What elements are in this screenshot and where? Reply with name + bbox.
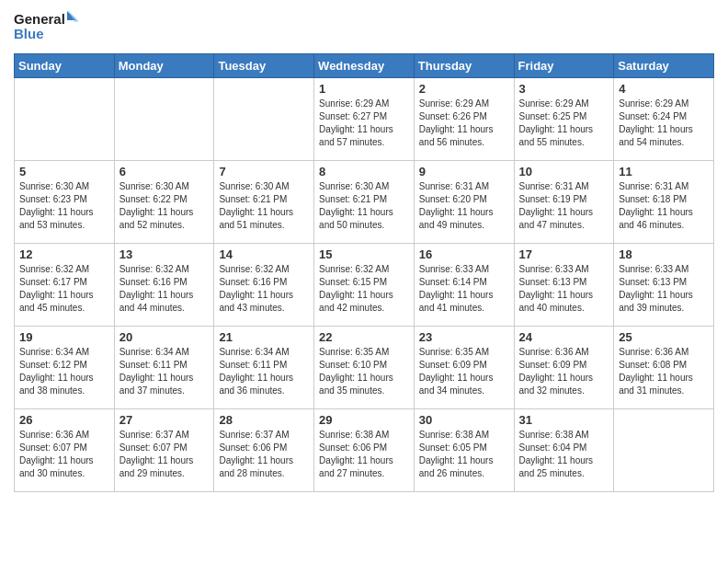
logo: General Blue — [14, 9, 78, 46]
header-monday: Monday — [114, 54, 214, 78]
header-friday: Friday — [514, 54, 614, 78]
header-sunday: Sunday — [15, 54, 115, 78]
week-row-4: 19Sunrise: 6:34 AM Sunset: 6:12 PM Dayli… — [15, 327, 714, 409]
calendar-cell: 14Sunrise: 6:32 AM Sunset: 6:16 PM Dayli… — [214, 244, 314, 327]
calendar-cell: 29Sunrise: 6:38 AM Sunset: 6:06 PM Dayli… — [314, 409, 415, 492]
day-info: Sunrise: 6:29 AM Sunset: 6:25 PM Dayligh… — [519, 98, 609, 149]
day-number: 18 — [619, 247, 709, 261]
day-info: Sunrise: 6:30 AM Sunset: 6:21 PM Dayligh… — [319, 180, 409, 232]
calendar-table: SundayMondayTuesdayWednesdayThursdayFrid… — [14, 53, 714, 492]
day-info: Sunrise: 6:34 AM Sunset: 6:12 PM Dayligh… — [19, 346, 109, 397]
day-number: 6 — [119, 165, 210, 178]
svg-text:General: General — [14, 11, 65, 27]
day-info: Sunrise: 6:37 AM Sunset: 6:06 PM Dayligh… — [219, 429, 309, 480]
calendar-cell: 19Sunrise: 6:34 AM Sunset: 6:12 PM Dayli… — [15, 327, 115, 409]
calendar-cell — [15, 78, 115, 161]
calendar-cell: 21Sunrise: 6:34 AM Sunset: 6:11 PM Dayli… — [214, 327, 314, 409]
day-number: 17 — [519, 247, 609, 261]
calendar-cell: 25Sunrise: 6:36 AM Sunset: 6:08 PM Dayli… — [614, 327, 714, 409]
week-row-1: 1Sunrise: 6:29 AM Sunset: 6:27 PM Daylig… — [15, 78, 714, 161]
calendar-cell: 13Sunrise: 6:32 AM Sunset: 6:16 PM Dayli… — [114, 244, 214, 327]
page-header: General Blue — [14, 9, 714, 46]
day-number: 16 — [419, 247, 509, 261]
day-number: 13 — [119, 247, 210, 261]
day-info: Sunrise: 6:30 AM Sunset: 6:23 PM Dayligh… — [19, 180, 109, 232]
calendar-cell — [214, 78, 314, 161]
calendar-cell: 2Sunrise: 6:29 AM Sunset: 6:26 PM Daylig… — [414, 78, 514, 161]
day-info: Sunrise: 6:38 AM Sunset: 6:04 PM Dayligh… — [519, 429, 609, 480]
day-info: Sunrise: 6:32 AM Sunset: 6:16 PM Dayligh… — [119, 263, 210, 315]
calendar-header-row: SundayMondayTuesdayWednesdayThursdayFrid… — [15, 54, 714, 78]
day-number: 29 — [319, 413, 409, 427]
calendar-cell: 17Sunrise: 6:33 AM Sunset: 6:13 PM Dayli… — [514, 244, 614, 327]
day-number: 30 — [419, 413, 509, 427]
day-info: Sunrise: 6:32 AM Sunset: 6:16 PM Dayligh… — [219, 263, 309, 315]
day-number: 27 — [119, 413, 210, 427]
header-wednesday: Wednesday — [314, 54, 415, 78]
calendar-cell: 27Sunrise: 6:37 AM Sunset: 6:07 PM Dayli… — [114, 409, 214, 492]
day-info: Sunrise: 6:31 AM Sunset: 6:18 PM Dayligh… — [619, 180, 709, 232]
day-info: Sunrise: 6:38 AM Sunset: 6:06 PM Dayligh… — [319, 429, 409, 480]
day-number: 19 — [19, 330, 109, 344]
calendar-cell — [114, 78, 214, 161]
logo-svg: General Blue — [14, 9, 78, 46]
day-number: 2 — [419, 82, 509, 96]
day-info: Sunrise: 6:34 AM Sunset: 6:11 PM Dayligh… — [219, 346, 309, 397]
week-row-2: 5Sunrise: 6:30 AM Sunset: 6:23 PM Daylig… — [15, 161, 714, 244]
calendar-cell: 10Sunrise: 6:31 AM Sunset: 6:19 PM Dayli… — [514, 161, 614, 244]
header-tuesday: Tuesday — [214, 54, 314, 78]
day-info: Sunrise: 6:29 AM Sunset: 6:27 PM Dayligh… — [319, 98, 409, 149]
calendar-cell: 5Sunrise: 6:30 AM Sunset: 6:23 PM Daylig… — [15, 161, 115, 244]
day-number: 9 — [419, 165, 509, 178]
header-saturday: Saturday — [614, 54, 714, 78]
calendar-cell: 26Sunrise: 6:36 AM Sunset: 6:07 PM Dayli… — [15, 409, 115, 492]
day-info: Sunrise: 6:33 AM Sunset: 6:13 PM Dayligh… — [619, 263, 709, 315]
calendar-cell: 4Sunrise: 6:29 AM Sunset: 6:24 PM Daylig… — [614, 78, 714, 161]
day-info: Sunrise: 6:36 AM Sunset: 6:08 PM Dayligh… — [619, 346, 709, 397]
calendar-cell: 30Sunrise: 6:38 AM Sunset: 6:05 PM Dayli… — [414, 409, 514, 492]
calendar-cell: 23Sunrise: 6:35 AM Sunset: 6:09 PM Dayli… — [414, 327, 514, 409]
day-number: 20 — [119, 330, 210, 344]
day-number: 15 — [319, 247, 409, 261]
day-number: 14 — [219, 247, 309, 261]
calendar-cell: 1Sunrise: 6:29 AM Sunset: 6:27 PM Daylig… — [314, 78, 415, 161]
day-number: 11 — [619, 165, 709, 178]
calendar-cell: 20Sunrise: 6:34 AM Sunset: 6:11 PM Dayli… — [114, 327, 214, 409]
day-number: 26 — [19, 413, 109, 427]
calendar-cell: 18Sunrise: 6:33 AM Sunset: 6:13 PM Dayli… — [614, 244, 714, 327]
week-row-5: 26Sunrise: 6:36 AM Sunset: 6:07 PM Dayli… — [15, 409, 714, 492]
day-info: Sunrise: 6:35 AM Sunset: 6:09 PM Dayligh… — [419, 346, 509, 397]
day-number: 4 — [619, 82, 709, 96]
day-number: 21 — [219, 330, 309, 344]
day-number: 10 — [519, 165, 609, 178]
calendar-cell: 9Sunrise: 6:31 AM Sunset: 6:20 PM Daylig… — [414, 161, 514, 244]
calendar-cell: 24Sunrise: 6:36 AM Sunset: 6:09 PM Dayli… — [514, 327, 614, 409]
day-info: Sunrise: 6:32 AM Sunset: 6:17 PM Dayligh… — [19, 263, 109, 315]
day-number: 25 — [619, 330, 709, 344]
day-number: 8 — [319, 165, 409, 178]
day-info: Sunrise: 6:29 AM Sunset: 6:26 PM Dayligh… — [419, 98, 509, 149]
calendar-cell — [614, 409, 714, 492]
day-number: 3 — [519, 82, 609, 96]
calendar-cell: 6Sunrise: 6:30 AM Sunset: 6:22 PM Daylig… — [114, 161, 214, 244]
calendar-cell: 8Sunrise: 6:30 AM Sunset: 6:21 PM Daylig… — [314, 161, 415, 244]
calendar-cell: 12Sunrise: 6:32 AM Sunset: 6:17 PM Dayli… — [15, 244, 115, 327]
calendar-cell: 31Sunrise: 6:38 AM Sunset: 6:04 PM Dayli… — [514, 409, 614, 492]
svg-text:Blue: Blue — [14, 26, 44, 41]
calendar-cell: 16Sunrise: 6:33 AM Sunset: 6:14 PM Dayli… — [414, 244, 514, 327]
calendar-cell: 7Sunrise: 6:30 AM Sunset: 6:21 PM Daylig… — [214, 161, 314, 244]
day-info: Sunrise: 6:32 AM Sunset: 6:15 PM Dayligh… — [319, 263, 409, 315]
day-number: 12 — [19, 247, 109, 261]
day-number: 28 — [219, 413, 309, 427]
day-info: Sunrise: 6:38 AM Sunset: 6:05 PM Dayligh… — [419, 429, 509, 480]
day-number: 22 — [319, 330, 409, 344]
day-number: 5 — [19, 165, 109, 178]
day-number: 23 — [419, 330, 509, 344]
page-container: General Blue SundayMondayTuesdayWednesda… — [0, 0, 728, 501]
day-info: Sunrise: 6:29 AM Sunset: 6:24 PM Dayligh… — [619, 98, 709, 149]
day-info: Sunrise: 6:33 AM Sunset: 6:14 PM Dayligh… — [419, 263, 509, 315]
day-number: 31 — [519, 413, 609, 427]
day-number: 1 — [319, 82, 409, 96]
day-info: Sunrise: 6:33 AM Sunset: 6:13 PM Dayligh… — [519, 263, 609, 315]
calendar-cell: 15Sunrise: 6:32 AM Sunset: 6:15 PM Dayli… — [314, 244, 415, 327]
